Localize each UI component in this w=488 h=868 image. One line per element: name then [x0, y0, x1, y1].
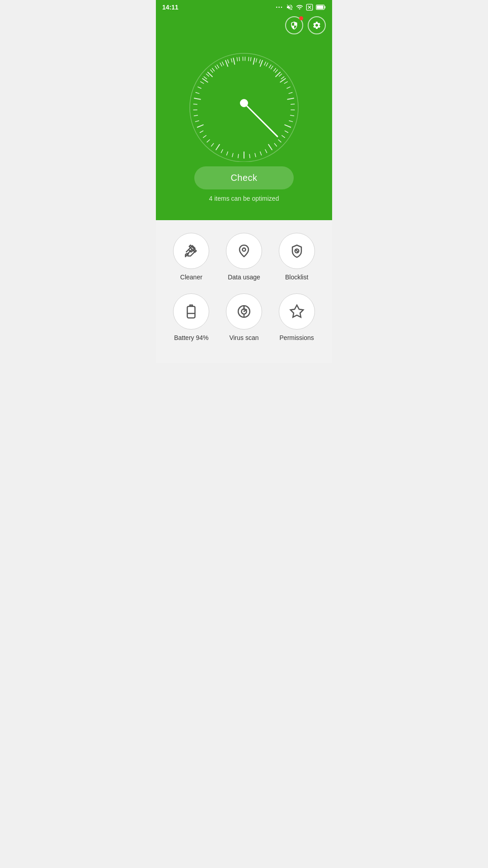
svg-rect-85 — [188, 307, 195, 318]
grid-item-cleaner[interactable]: Cleaner — [171, 233, 211, 281]
svg-line-48 — [226, 152, 228, 156]
grid-item-virus-scan[interactable]: Virus scan — [224, 293, 264, 341]
more-icon — [276, 4, 283, 11]
svg-line-61 — [196, 92, 199, 93]
svg-line-11 — [206, 74, 209, 76]
shield-button[interactable] — [285, 16, 303, 34]
svg-line-38 — [278, 140, 281, 142]
svg-line-24 — [273, 68, 276, 71]
svg-line-33 — [291, 115, 294, 116]
svg-line-60 — [194, 98, 201, 99]
gear-icon — [312, 21, 321, 30]
shield-icon — [290, 21, 299, 30]
svg-line-40 — [268, 145, 272, 150]
svg-rect-8 — [324, 6, 325, 8]
xmark-icon — [306, 4, 313, 11]
svg-line-26 — [281, 77, 284, 79]
svg-point-82 — [242, 248, 245, 251]
blocklist-icon-circle — [279, 233, 315, 269]
data-usage-icon — [236, 243, 252, 259]
svg-line-62 — [198, 87, 201, 88]
svg-line-54 — [200, 131, 203, 132]
svg-line-64 — [204, 77, 206, 79]
svg-line-20 — [253, 58, 255, 65]
grid-item-battery[interactable]: Battery 94% — [171, 293, 211, 341]
grid-section: Cleaner Data usage Blocklist — [156, 220, 332, 363]
svg-line-47 — [232, 153, 233, 157]
svg-line-56 — [195, 121, 199, 122]
svg-point-9 — [190, 53, 298, 162]
grid-item-data-usage[interactable]: Data usage — [224, 233, 264, 281]
svg-line-31 — [291, 104, 295, 104]
blocklist-icon — [289, 243, 305, 259]
grid-item-permissions[interactable]: Permissions — [277, 293, 317, 341]
svg-line-27 — [284, 82, 287, 84]
battery-icon-circle — [173, 293, 209, 330]
svg-line-28 — [287, 87, 290, 88]
cleaner-icon — [183, 243, 199, 259]
svg-line-13 — [215, 66, 217, 69]
cleaner-label: Cleaner — [180, 274, 202, 281]
svg-line-70 — [233, 58, 235, 65]
svg-line-77 — [271, 66, 273, 69]
svg-line-75 — [260, 61, 263, 66]
svg-line-43 — [255, 153, 256, 157]
svg-line-76 — [266, 63, 268, 66]
notification-dot — [299, 16, 303, 20]
settings-button[interactable] — [308, 16, 326, 34]
svg-line-30 — [287, 98, 294, 99]
check-button[interactable]: Check — [194, 166, 293, 189]
svg-rect-7 — [317, 5, 323, 9]
svg-line-22 — [264, 62, 266, 65]
svg-line-63 — [201, 82, 204, 84]
svg-line-42 — [260, 152, 262, 156]
svg-line-44 — [249, 154, 250, 158]
battery-icon — [183, 304, 199, 319]
svg-line-34 — [289, 121, 293, 122]
svg-line-71 — [239, 57, 239, 61]
svg-line-74 — [256, 59, 257, 62]
grid-row-2: Battery 94% Virus scan — [165, 293, 323, 341]
svg-line-46 — [238, 154, 239, 158]
permissions-icon — [289, 304, 305, 319]
svg-line-12 — [211, 70, 213, 72]
svg-point-1 — [278, 7, 280, 8]
virus-scan-icon — [236, 304, 252, 319]
status-time: 14:11 — [162, 4, 178, 11]
permissions-icon-circle — [279, 293, 315, 330]
svg-line-55 — [197, 125, 203, 127]
grid-item-blocklist[interactable]: Blocklist — [277, 233, 317, 281]
battery-status-icon — [316, 4, 326, 10]
svg-line-29 — [289, 92, 292, 93]
svg-line-37 — [282, 136, 285, 138]
svg-line-51 — [211, 143, 214, 146]
data-usage-label: Data usage — [228, 274, 260, 281]
svg-line-73 — [250, 57, 251, 61]
svg-line-19 — [249, 57, 249, 61]
top-bar — [156, 14, 332, 40]
svg-point-0 — [276, 7, 277, 8]
svg-line-41 — [265, 150, 267, 153]
optimize-text: 4 items can be optimized — [209, 195, 279, 202]
gauge-section: /* rendered inline below */ Check 4 item… — [156, 40, 332, 220]
svg-line-57 — [194, 115, 198, 116]
svg-line-69 — [228, 60, 229, 63]
battery-label: Battery 94% — [174, 334, 208, 341]
svg-line-36 — [285, 131, 288, 132]
svg-point-2 — [281, 7, 282, 8]
svg-line-49 — [221, 150, 223, 153]
svg-line-15 — [225, 61, 228, 66]
virus-scan-label: Virus scan — [229, 334, 258, 341]
svg-line-78 — [275, 70, 277, 72]
svg-line-52 — [207, 140, 210, 142]
svg-line-79 — [279, 74, 282, 76]
svg-line-21 — [259, 60, 261, 63]
wifi-icon — [296, 4, 303, 11]
gauge-container: /* rendered inline below */ — [181, 44, 307, 162]
svg-line-53 — [203, 136, 206, 138]
svg-line-59 — [193, 104, 197, 104]
status-bar: 14:11 — [156, 0, 332, 14]
svg-line-66 — [212, 68, 215, 71]
svg-line-23 — [269, 65, 271, 68]
svg-line-14 — [220, 63, 222, 66]
